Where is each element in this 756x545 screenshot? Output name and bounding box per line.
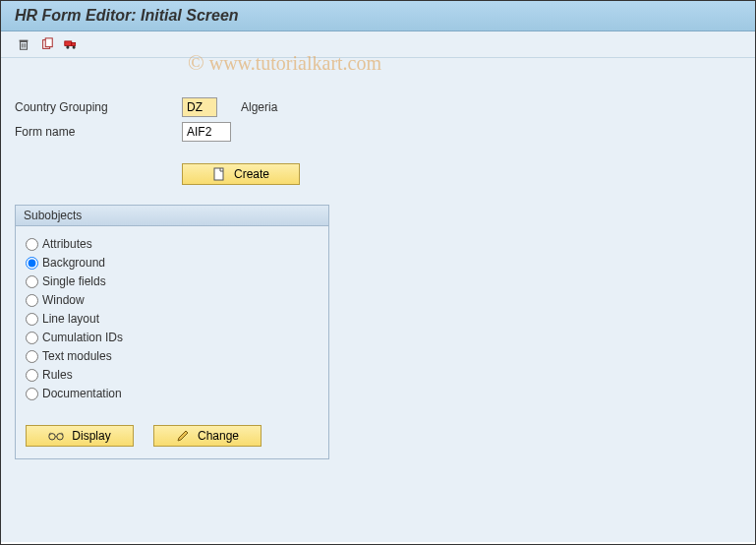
radio-window[interactable]: Window xyxy=(26,293,319,307)
form-name-label: Form name xyxy=(15,125,182,139)
page-title: HR Form Editor: Initial Screen xyxy=(15,7,745,25)
svg-point-13 xyxy=(57,434,63,440)
svg-rect-6 xyxy=(45,38,52,47)
pencil-icon xyxy=(176,429,190,443)
svg-point-10 xyxy=(73,46,76,49)
radio-input-attributes[interactable] xyxy=(26,238,38,251)
subobjects-radio-list: Attributes Background Single fields Wind… xyxy=(16,226,328,415)
radio-background[interactable]: Background xyxy=(26,256,319,270)
form-name-input[interactable] xyxy=(182,122,231,142)
radio-input-rules[interactable] xyxy=(26,369,38,382)
radio-input-window[interactable] xyxy=(26,294,38,307)
truck-icon xyxy=(64,37,78,51)
radio-label: Rules xyxy=(42,368,73,382)
svg-marker-17 xyxy=(178,431,188,441)
svg-rect-1 xyxy=(20,40,29,42)
toolbar xyxy=(1,31,755,58)
country-grouping-description: Algeria xyxy=(241,100,277,114)
glasses-icon xyxy=(48,430,64,442)
radio-line-layout[interactable]: Line layout xyxy=(26,312,319,326)
radio-single-fields[interactable]: Single fields xyxy=(26,274,319,288)
svg-point-12 xyxy=(49,434,55,440)
form-name-row: Form name xyxy=(15,122,741,142)
trash-icon xyxy=(17,37,30,51)
create-row: Create xyxy=(182,163,741,185)
document-icon xyxy=(212,167,226,181)
display-button[interactable]: Display xyxy=(26,425,134,447)
radio-rules[interactable]: Rules xyxy=(26,368,319,382)
change-button[interactable]: Change xyxy=(153,425,262,447)
radio-documentation[interactable]: Documentation xyxy=(26,387,319,400)
radio-input-single-fields[interactable] xyxy=(26,275,38,288)
radio-label: Documentation xyxy=(42,387,122,400)
change-button-label: Change xyxy=(198,429,239,443)
radio-attributes[interactable]: Attributes xyxy=(26,237,319,251)
country-grouping-label: Country Grouping xyxy=(15,100,182,114)
svg-rect-7 xyxy=(65,41,72,46)
radio-input-line-layout[interactable] xyxy=(26,313,38,326)
subobjects-panel: Subobjects Attributes Background Single … xyxy=(15,205,329,459)
display-button-label: Display xyxy=(72,429,110,443)
radio-label: Background xyxy=(42,256,105,270)
radio-label: Line layout xyxy=(42,312,99,326)
svg-rect-11 xyxy=(214,168,223,180)
country-grouping-row: Country Grouping Algeria xyxy=(15,97,741,117)
radio-label: Text modules xyxy=(42,349,112,363)
radio-cumulation-ids[interactable]: Cumulation IDs xyxy=(26,331,319,344)
create-button[interactable]: Create xyxy=(182,163,300,185)
create-button-label: Create xyxy=(234,167,269,181)
radio-input-documentation[interactable] xyxy=(26,388,38,400)
country-grouping-input[interactable] xyxy=(182,97,217,117)
radio-input-cumulation-ids[interactable] xyxy=(26,332,38,344)
radio-label: Single fields xyxy=(42,274,106,288)
radio-label: Window xyxy=(42,293,85,307)
transport-button[interactable] xyxy=(62,35,80,53)
radio-input-text-modules[interactable] xyxy=(26,350,38,363)
title-bar: HR Form Editor: Initial Screen xyxy=(1,1,755,31)
svg-point-9 xyxy=(66,46,69,49)
subobjects-header: Subobjects xyxy=(16,206,328,226)
radio-label: Cumulation IDs xyxy=(42,331,123,344)
delete-button[interactable] xyxy=(15,35,32,53)
svg-rect-8 xyxy=(72,42,76,45)
copy-icon xyxy=(40,37,54,51)
copy-button[interactable] xyxy=(38,35,56,53)
action-row: Display Change xyxy=(16,415,328,458)
radio-input-background[interactable] xyxy=(26,257,38,270)
radio-label: Attributes xyxy=(42,237,92,251)
radio-text-modules[interactable]: Text modules xyxy=(26,349,319,363)
content-area: Country Grouping Algeria Form name Creat… xyxy=(1,58,755,542)
